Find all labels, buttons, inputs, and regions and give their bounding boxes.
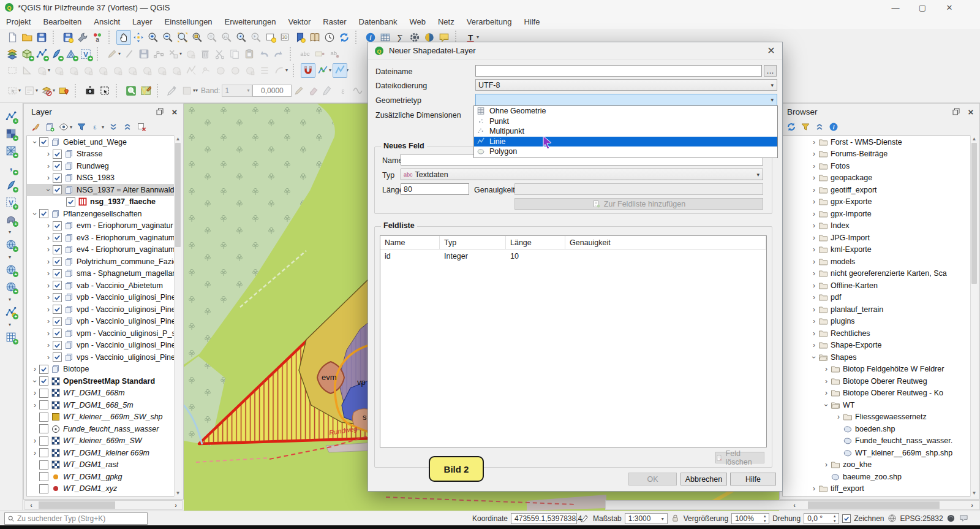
coordinate-input[interactable]: 473559.1,5397838.4 (511, 513, 577, 524)
geometry-option-multipunkt[interactable]: Multipunkt (474, 126, 777, 137)
layer-visibility-checkbox[interactable] (53, 150, 62, 159)
expander-icon[interactable]: › (822, 460, 831, 469)
close-button[interactable]: ✕ (936, 0, 963, 15)
expander-icon[interactable]: › (810, 173, 818, 182)
pan-map-button[interactable] (116, 30, 131, 45)
select-by-location-button[interactable] (56, 83, 71, 98)
close-panel-icon[interactable]: × (170, 107, 179, 116)
filter-by-expression-button[interactable]: ε (89, 121, 102, 134)
layer-tree-item[interactable]: ›ev3 - Eriophorum_vaginatum (27, 232, 174, 244)
layer-tree-item[interactable]: ›NSG_1937 = Alter Bannwald (27, 184, 174, 196)
browser-tree-item[interactable]: ›Biotope Oberer Reutweg - Ko (783, 387, 970, 400)
open-layer-styling-dock-button[interactable] (29, 121, 42, 134)
expander-icon[interactable]: › (44, 234, 53, 242)
add-delimited-text-button[interactable]: ,+ (4, 161, 18, 175)
expander-icon[interactable]: › (810, 317, 818, 325)
layer-tree-item[interactable]: ›WT_DGM1_668_5m (27, 399, 174, 411)
style-manager-button[interactable]: a (90, 30, 105, 45)
add-wms-layer-button[interactable]: V+ (4, 237, 18, 252)
expander-icon[interactable]: › (31, 138, 39, 147)
save-project-as-button[interactable] (61, 30, 75, 45)
filename-input[interactable] (475, 65, 762, 77)
browser-tree-item[interactable]: ›Shape-Exporte (783, 340, 970, 352)
save-project-button[interactable] (34, 30, 49, 45)
pan-to-selection-button[interactable] (131, 30, 146, 45)
expander-icon[interactable]: › (44, 245, 53, 254)
expander-icon[interactable]: › (822, 401, 831, 409)
expander-icon[interactable]: › (810, 269, 818, 278)
layer-tree-item[interactable]: WT_kleiner__669m_SW_shp (27, 411, 174, 424)
layer-tree-item[interactable]: ›OpenStreetMap Standard (27, 375, 174, 387)
layer-tree-item[interactable]: ›Pflanzengesellschaften (27, 208, 174, 220)
expander-icon[interactable]: › (31, 436, 39, 445)
browser-tree-item[interactable]: WT_kleiner__669m_shp.shp (783, 447, 970, 459)
map-screenshot-button[interactable] (83, 83, 97, 98)
expander-icon[interactable]: › (31, 377, 39, 386)
browse-button[interactable]: … (764, 65, 777, 77)
column-header-name[interactable]: Name (380, 236, 440, 249)
expander-icon[interactable]: › (44, 269, 53, 278)
browser-tree-item[interactable]: boeden.shp (783, 423, 970, 435)
browser-tree-item[interactable]: ›zoo_khe (783, 459, 970, 471)
layer-tree-item[interactable]: ›vpd - Vaccinio_uliginosi_Pine (27, 303, 174, 316)
expander-icon[interactable]: › (44, 257, 53, 266)
layer-visibility-checkbox[interactable] (39, 424, 48, 433)
layer-tree-item[interactable]: ›Biotope (27, 363, 174, 376)
expander-icon[interactable]: › (810, 210, 818, 218)
new-project-button[interactable] (5, 30, 20, 45)
layer-tree-item[interactable]: ›WT_DGM1_668m (27, 387, 174, 400)
column-header-genauigkeit[interactable]: Genauigkeit (565, 236, 766, 249)
menu-bearbeiten[interactable]: Bearbeiten (37, 16, 88, 28)
browser-tree-item[interactable]: ›Shapes (783, 351, 970, 363)
add-wms-layer-caret-icon[interactable]: ▾ (9, 254, 11, 260)
geometry-option-ohne-geometrie[interactable]: Ohne Geometrie (474, 106, 777, 116)
layer-tree-item[interactable]: ›NSG_1983 (27, 172, 174, 185)
layer-tree-item[interactable]: ›vpn - Vaccinio_uliginosi_Pine (27, 340, 174, 352)
expander-icon[interactable]: › (810, 293, 818, 302)
layer-visibility-checkbox[interactable] (39, 484, 48, 493)
add-wcs-layer-button[interactable]: V+ (4, 280, 18, 294)
add-spatialite-layer-button[interactable]: + (4, 178, 18, 192)
field-list-table[interactable]: NameTypLängeGenauigkeit idInteger10 (380, 235, 767, 447)
render-checkbox[interactable] (842, 514, 851, 523)
new-spatial-bookmark-button[interactable] (293, 30, 307, 45)
layer-visibility-checkbox[interactable] (53, 233, 62, 242)
band-caret-icon[interactable]: ▾ (195, 88, 198, 93)
browser-tree-item[interactable]: ›Index (783, 220, 970, 232)
expander-icon[interactable]: › (31, 449, 39, 457)
expander-icon[interactable]: › (810, 197, 818, 206)
new-map-view-button[interactable] (263, 30, 278, 45)
expander-icon[interactable]: › (31, 389, 39, 397)
add-vector-tile-layer-button[interactable]: + (4, 305, 18, 319)
open-project-button[interactable] (20, 30, 34, 45)
expander-icon[interactable]: › (31, 401, 39, 409)
dialog-close-icon[interactable]: ✕ (765, 45, 777, 57)
maximize-button[interactable]: ▢ (909, 0, 936, 15)
browser-tree-item[interactable]: ›Biotope Oberer Reutweg (783, 375, 970, 387)
browser-tree-item[interactable]: ›models (783, 256, 970, 268)
browser-tree-item[interactable]: ›Fliessgewaessernetz (783, 411, 970, 424)
menu-web[interactable]: Web (403, 16, 432, 28)
layer-visibility-checkbox[interactable] (53, 221, 62, 230)
new-3d-map-view-button[interactable]: 3D (278, 30, 293, 45)
expander-icon[interactable]: › (810, 341, 818, 349)
menu-vektor[interactable]: Vektor (282, 16, 317, 28)
layer-tree-item[interactable]: ›vpb - Vaccinio_uliginosi_Pine (27, 292, 174, 304)
new-geopackage-layer-button[interactable]: + (20, 47, 34, 61)
browser-tree-item[interactable]: ›Fotos (783, 160, 970, 172)
layer-visibility-checkbox[interactable] (53, 257, 62, 266)
enable-tracing-button[interactable] (333, 63, 347, 78)
expander-icon[interactable]: › (31, 210, 39, 218)
expander-icon[interactable]: › (44, 317, 53, 325)
menu-einstellungen[interactable]: Einstellungen (159, 16, 219, 28)
magnifier-spinbox[interactable]: 100%▲▼ (731, 513, 769, 524)
browser-tree-item[interactable]: ›pdf (783, 292, 970, 304)
layer-tree-item[interactable]: ›WT_kleiner_669m_SW (27, 435, 174, 447)
add-vector-tile-layer-caret-icon[interactable]: ▾ (9, 322, 11, 327)
layer-visibility-checkbox[interactable] (39, 365, 48, 374)
layer-tree-item[interactable]: WT_DGM1_rast (27, 459, 174, 471)
layer-tree-item[interactable]: ›WT_DGM1_kleiner 669m (27, 447, 174, 459)
layer-visibility-checkbox[interactable] (53, 293, 62, 302)
layer-visibility-checkbox[interactable] (39, 209, 48, 218)
column-header-länge[interactable]: Länge (506, 236, 565, 249)
